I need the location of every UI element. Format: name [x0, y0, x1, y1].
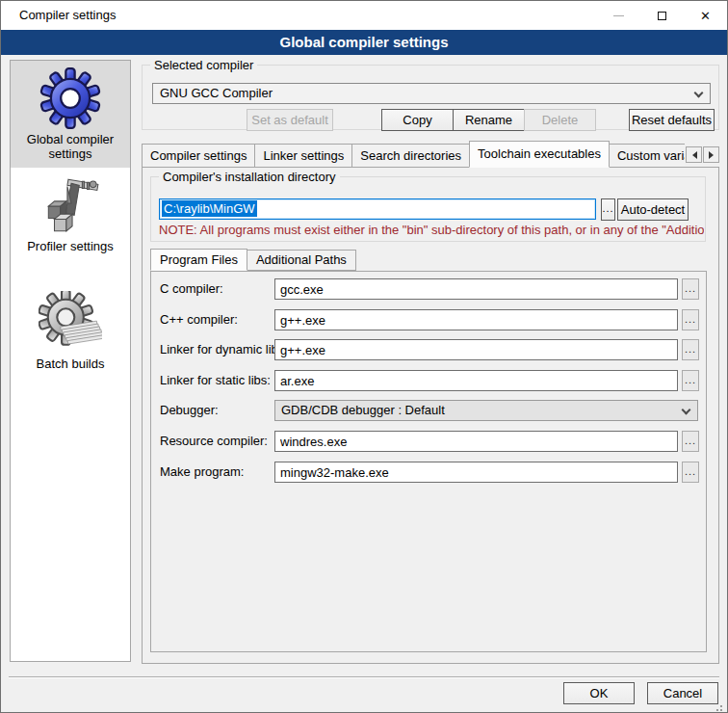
close-button[interactable]: ✕	[684, 1, 727, 30]
bin-subdirectory-note: NOTE: All programs must exist either in …	[159, 223, 704, 237]
field-label: C++ compiler:	[160, 309, 238, 330]
arrow-left-icon	[689, 151, 697, 159]
browse-dynamic-linker-button[interactable]: ...	[682, 339, 699, 360]
sidebar-item-profiler-settings[interactable]: Profiler settings	[11, 168, 130, 260]
settings-tabs: Compiler settings Linker settings Search…	[142, 141, 685, 168]
form-row-resource-compiler: Resource compiler: ...	[152, 431, 705, 452]
toolchain-subtabs: Program Files Additional Paths	[150, 249, 356, 271]
tab-toolchain-executables[interactable]: Toolchain executables	[469, 141, 610, 168]
subtab-program-files[interactable]: Program Files	[150, 249, 247, 271]
form-row-make-program: Make program: ...	[152, 462, 705, 483]
browse-make-program-button[interactable]: ...	[682, 462, 699, 483]
browse-resource-compiler-button[interactable]: ...	[682, 431, 699, 452]
chevron-down-icon	[694, 89, 704, 98]
tab-compiler-settings[interactable]: Compiler settings	[142, 144, 255, 168]
resize-grip[interactable]	[720, 705, 722, 707]
installation-directory-group: Compiler's installation directory C:\ray…	[150, 176, 706, 242]
window-title: Compiler settings	[19, 1, 116, 30]
settings-category-list: Global compiler settings	[10, 60, 131, 662]
form-row-static-linker: Linker for static libs: ...	[152, 370, 705, 391]
sidebar-item-label: Profiler settings	[11, 238, 130, 253]
field-label: Make program:	[160, 462, 244, 483]
title-bar[interactable]: Compiler settings ✕	[1, 1, 727, 30]
tab-scroll-right-button[interactable]	[703, 146, 719, 163]
sidebar-item-label: Batch builds	[11, 356, 130, 371]
window-controls: ✕	[597, 1, 727, 30]
c-compiler-input[interactable]	[274, 278, 678, 300]
form-row-c-compiler: C compiler: ...	[152, 278, 705, 300]
resource-compiler-input[interactable]	[274, 431, 678, 452]
dynamic-linker-input[interactable]	[274, 339, 678, 360]
compiler-select[interactable]: GNU GCC Compiler	[152, 83, 711, 104]
reset-defaults-button[interactable]: Reset defaults	[629, 109, 715, 131]
maximize-button[interactable]	[640, 1, 684, 30]
form-row-cpp-compiler: C++ compiler: ...	[152, 309, 705, 330]
field-label: Linker for dynamic libs:	[160, 339, 288, 360]
program-files-panel: C compiler: ... C++ compiler: ... Linker…	[150, 271, 707, 652]
tab-linker-settings[interactable]: Linker settings	[255, 144, 352, 168]
cpp-compiler-input[interactable]	[274, 309, 678, 330]
tab-scroll-left-button[interactable]	[686, 146, 702, 163]
browse-cpp-compiler-button[interactable]: ...	[682, 309, 699, 330]
debugger-select-value: GDB/CDB debugger : Default	[281, 403, 445, 417]
arrow-right-icon	[709, 151, 717, 159]
blue-gear-icon	[39, 66, 102, 130]
form-row-debugger: Debugger: GDB/CDB debugger : Default	[152, 400, 705, 421]
selected-compiler-group: Selected compiler GNU GCC Compiler Set a…	[142, 65, 719, 130]
make-program-input[interactable]	[274, 462, 678, 483]
field-label: Linker for static libs:	[160, 370, 271, 391]
static-linker-input[interactable]	[274, 370, 678, 391]
compiler-select-value: GNU GCC Compiler	[160, 86, 273, 100]
footer-divider	[9, 676, 719, 678]
sidebar-item-global-compiler-settings[interactable]: Global compiler settings	[11, 61, 130, 168]
selected-text: C:\raylib\MinGW	[162, 200, 257, 217]
field-label: Debugger:	[160, 400, 219, 421]
browse-static-linker-button[interactable]: ...	[682, 370, 699, 391]
copy-button[interactable]: Copy	[381, 109, 454, 131]
tab-search-directories[interactable]: Search directories	[352, 144, 470, 168]
form-row-dynamic-linker: Linker for dynamic libs: ...	[152, 339, 705, 360]
toolchain-executables-panel: Compiler's installation directory C:\ray…	[142, 167, 719, 664]
sidebar-item-label: Global compiler settings	[11, 131, 130, 161]
minimize-icon	[613, 15, 624, 16]
chevron-down-icon	[682, 406, 691, 415]
set-as-default-button: Set as default	[247, 109, 333, 131]
compiler-settings-dialog: Compiler settings ✕ Global compiler sett…	[0, 0, 728, 713]
tab-custom-variables[interactable]: Custom variables	[610, 144, 685, 168]
gray-gear-stack-icon	[39, 291, 102, 355]
close-icon: ✕	[700, 10, 711, 22]
subtab-additional-paths[interactable]: Additional Paths	[247, 250, 356, 271]
delete-button: Delete	[524, 109, 596, 131]
browse-c-compiler-button[interactable]: ...	[682, 278, 699, 300]
sidebar-item-batch-builds[interactable]: Batch builds	[11, 285, 130, 378]
maximize-icon	[658, 12, 666, 20]
installation-directory-input[interactable]: C:\raylib\MinGW	[159, 198, 596, 220]
field-label: Resource compiler:	[160, 431, 268, 452]
group-label: Selected compiler	[150, 58, 257, 72]
minimize-button[interactable]	[597, 1, 640, 30]
debugger-select[interactable]: GDB/CDB debugger : Default	[274, 400, 698, 421]
group-label: Compiler's installation directory	[159, 170, 340, 184]
field-label: C compiler:	[160, 278, 223, 300]
dialog-banner: Global compiler settings	[1, 30, 727, 55]
cancel-button[interactable]: Cancel	[647, 682, 718, 704]
auto-detect-button[interactable]: Auto-detect	[617, 198, 689, 221]
browse-directory-button[interactable]: ...	[601, 198, 615, 221]
rename-button[interactable]: Rename	[453, 109, 525, 131]
ok-button[interactable]: OK	[563, 682, 635, 704]
caliper-icon	[39, 173, 102, 237]
